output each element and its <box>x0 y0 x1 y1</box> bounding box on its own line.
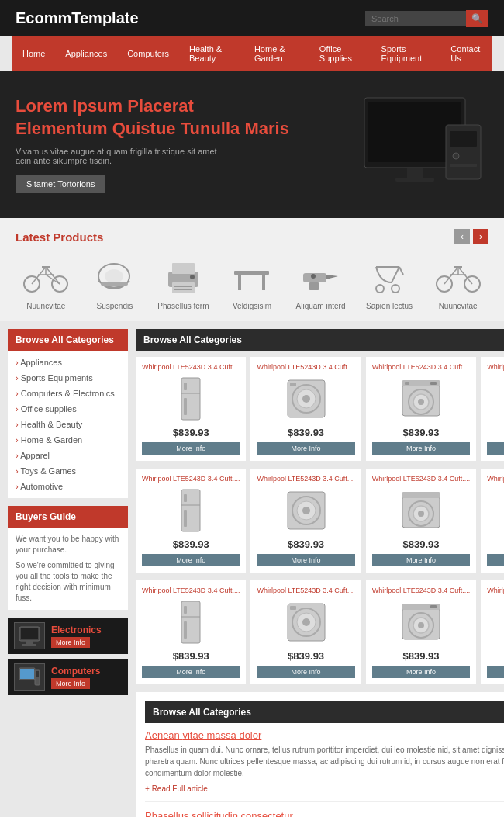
promo-computers-btn[interactable]: More Info <box>51 678 90 689</box>
fridge3-svg <box>178 488 203 533</box>
sidebar-item-toys[interactable]: Toys & Games <box>8 463 128 479</box>
product-image-8 <box>487 487 504 534</box>
featured-product-5: Aliquam interd <box>294 255 348 310</box>
more-info-btn-11[interactable]: More Info <box>372 666 470 678</box>
product-name-5: Whirlpool LTE5243D 3.4 Cuft.... <box>142 475 240 483</box>
featured-product-4: Veldigsisim <box>225 255 279 310</box>
product-card-10: Whirlpool LTE5243D 3.4 Cuft.... $839.93 … <box>250 580 361 684</box>
search-input[interactable] <box>365 11 466 26</box>
product-image-6 <box>257 487 354 534</box>
product-label-7: Nuuncvitae <box>439 302 478 310</box>
nav-appliances[interactable]: Appliances <box>55 41 117 66</box>
promo-computers[interactable]: Computers More Info <box>8 659 128 695</box>
sidebar-item-home-garden[interactable]: Home & Garden <box>8 432 128 448</box>
products-grid-row2: Whirlpool LTE5243D 3.4 Cuft.... $839.93 … <box>136 469 504 573</box>
svg-rect-7 <box>450 164 477 167</box>
read-more-1[interactable]: Read Full article <box>145 784 208 793</box>
section-header: Latest Products ‹ › <box>16 229 488 244</box>
promo-electronics-name: Electronics <box>51 625 122 635</box>
product-price-2: $839.93 <box>257 427 354 438</box>
main-content: Browse All Categories Whirlpool LTE5243D… <box>136 329 504 817</box>
nav-health-beauty[interactable]: Health & Beauty <box>179 36 244 71</box>
svg-rect-58 <box>290 383 296 386</box>
product-icon-3 <box>156 255 210 298</box>
product-image-10 <box>257 599 354 646</box>
product-name-10: Whirlpool LTE5243D 3.4 Cuft.... <box>257 587 354 594</box>
nav-home-garden[interactable]: Home & Garden <box>244 36 309 71</box>
hero-banner: Lorem Ipsum Placerat Elementum Quistue T… <box>0 71 504 218</box>
computers-icon <box>14 663 45 691</box>
svg-point-77 <box>302 507 310 514</box>
nav-office-supplies[interactable]: Office Supplies <box>309 36 371 71</box>
promo-electronics[interactable]: Electronics More Info <box>8 618 128 654</box>
nav-computers[interactable]: Computers <box>117 41 179 66</box>
main-nav: Home Appliances Computers Health & Beaut… <box>12 36 492 71</box>
product-name-1: Whirlpool LTE5243D 3.4 Cuft.... <box>142 363 240 371</box>
featured-products-row: Nuuncvitae Suspendis <box>16 255 488 310</box>
hero-cta-button[interactable]: Sitamet Tortorions <box>16 175 105 193</box>
product-price-4: $839.93 <box>487 427 504 438</box>
product-name-2: Whirlpool LTE5243D 3.4 Cuft.... <box>257 363 354 371</box>
hero-image <box>341 94 488 195</box>
more-info-btn-6[interactable]: More Info <box>257 554 354 566</box>
svg-rect-100 <box>430 605 437 608</box>
drill-icon <box>299 259 342 294</box>
content-section-title: Browse All Categories <box>136 329 504 351</box>
header: EcommTemplate 🔍 <box>0 0 504 36</box>
sidebar-categories: Browse All Categories Appliances Sports … <box>8 329 128 498</box>
sidebar-item-apparel[interactable]: Apparel <box>8 448 128 463</box>
sidebar-item-health[interactable]: Health & Beauty <box>8 417 128 432</box>
more-info-btn-8[interactable]: More Info <box>487 554 504 566</box>
search-button[interactable]: 🔍 <box>466 10 488 27</box>
sidebar-item-appliances[interactable]: Appliances <box>8 355 128 370</box>
product-card-9: Whirlpool LTE5243D 3.4 Cuft.... $839.93 … <box>136 580 246 684</box>
promo-electronics-text: Electronics More Info <box>51 625 122 648</box>
product-icon-5 <box>294 255 348 298</box>
more-info-btn-5[interactable]: More Info <box>142 554 240 566</box>
product-label-6: Sapien lectus <box>366 302 413 310</box>
more-info-btn-9[interactable]: More Info <box>142 666 240 678</box>
sidebar-item-automotive[interactable]: Automotive <box>8 479 128 494</box>
more-info-btn-4[interactable]: More Info <box>487 442 504 455</box>
section-title: Latest Products <box>16 230 103 244</box>
product-name-4: Whirlpool LTE5243D 3.4 Cuft.... <box>487 363 504 371</box>
blog-body-1: Phasellus in quam dui. Nunc ornare, tell… <box>145 744 504 779</box>
sidebar-item-office[interactable]: Office supplies <box>8 401 128 417</box>
main-layout: Browse All Categories Appliances Sports … <box>0 321 504 817</box>
product-card-4: Whirlpool LTE5243D 3.4 Cuft.... $839.93 … <box>481 357 504 461</box>
nav-sports-equipment[interactable]: Sports Equipment <box>371 36 441 71</box>
product-card-8: Whirlpool LTE5243D 3.4 Cuft.... $839.93 … <box>481 469 504 573</box>
featured-product-7: Nuuncvitae <box>431 255 485 310</box>
more-info-btn-2[interactable]: More Info <box>257 442 354 455</box>
more-info-btn-12[interactable]: More Info <box>487 666 504 678</box>
svg-point-31 <box>311 274 316 279</box>
nav-contact-us[interactable]: Contact Us <box>440 36 492 71</box>
blog-divider <box>145 801 504 802</box>
product-price-3: $839.93 <box>372 427 470 438</box>
search-bar: 🔍 <box>365 10 488 27</box>
featured-product-3: Phasellus ferm <box>156 255 210 310</box>
promo-computers-text: Computers More Info <box>51 666 122 689</box>
product-image-11 <box>372 599 470 646</box>
more-info-btn-1[interactable]: More Info <box>142 442 240 455</box>
product-label-3: Phasellus ferm <box>157 302 209 310</box>
product-price-11: $839.93 <box>372 650 470 662</box>
promo-electronics-btn[interactable]: More Info <box>51 637 90 648</box>
next-arrow[interactable]: › <box>473 229 488 244</box>
nav-home[interactable]: Home <box>12 41 55 66</box>
svg-rect-45 <box>22 644 36 646</box>
product-image-7 <box>372 487 470 534</box>
more-info-btn-10[interactable]: More Info <box>257 666 354 678</box>
svg-rect-88 <box>184 606 187 614</box>
more-info-btn-7[interactable]: More Info <box>372 554 470 566</box>
sidebar-item-sports[interactable]: Sports Equipments <box>8 370 128 386</box>
table-icon <box>230 259 273 294</box>
product-card-2: Whirlpool LTE5243D 3.4 Cuft.... $839.93 … <box>250 357 361 461</box>
sidebar-item-computers[interactable]: Computers & Electronics <box>8 386 128 401</box>
svg-rect-89 <box>184 621 187 639</box>
product-nav-arrows: ‹ › <box>454 229 488 244</box>
more-info-btn-3[interactable]: More Info <box>372 442 470 455</box>
svg-rect-22 <box>174 286 192 287</box>
product-icon-6 <box>362 255 416 298</box>
prev-arrow[interactable]: ‹ <box>454 229 470 244</box>
